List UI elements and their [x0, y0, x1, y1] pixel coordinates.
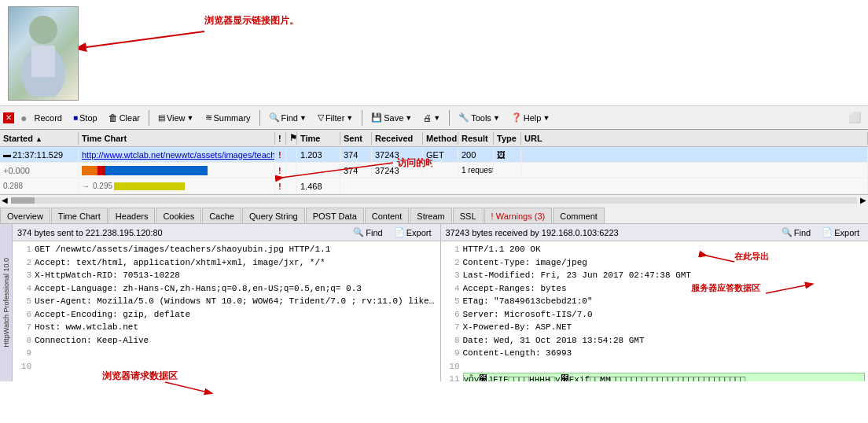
grid-hscroll[interactable]: ◀ ▶ — [0, 194, 868, 205]
col-header-method[interactable]: Method — [423, 132, 458, 145]
stop-button[interactable]: ■ Stop — [69, 112, 101, 124]
right-find-button[interactable]: 🔍 Find — [778, 226, 815, 239]
svg-point-0 — [29, 16, 57, 44]
bar-orange — [82, 166, 97, 175]
separator-2 — [259, 110, 260, 126]
tab--warnings-3[interactable]: ! Warnings (3) — [484, 208, 553, 223]
hwp-label-bar: HttpWatch Professional 10.0 — [0, 224, 13, 381]
scroll-right-arrow[interactable]: ▶ — [859, 196, 868, 204]
save-button[interactable]: 💾 Save ▼ — [367, 111, 416, 124]
cell-sub-method — [423, 163, 458, 178]
col-header-result[interactable]: Result — [458, 132, 494, 145]
table-row[interactable]: ▬ 21:37:11.529 http://www.wtclab.net/new… — [0, 147, 868, 163]
annotation-arrow — [79, 24, 204, 55]
print-button[interactable]: 🖨 ▼ — [419, 112, 444, 124]
right-panel-content: 1HTTP/1.1 200 OK2Content-Type: image/jpe… — [441, 241, 869, 381]
tab-query-string[interactable]: Query String — [242, 208, 305, 223]
left-panel-actions: 🔍 Find 📄 Export — [349, 226, 435, 239]
content-area: HttpWatch Professional 10.0 374 bytes se… — [0, 224, 868, 381]
right-panel: 37243 bytes received by 192.168.0.103:62… — [441, 224, 869, 381]
scroll-left-arrow[interactable]: ◀ — [0, 196, 9, 204]
list-item: 4Accept-Ranges: bytes — [444, 282, 866, 296]
scroll-thumb[interactable] — [11, 197, 35, 204]
col-header-time[interactable]: Time — [297, 132, 340, 145]
col-header-timechart[interactable]: Time Chart — [79, 132, 275, 145]
cell-sub-time — [297, 163, 340, 178]
tools-button[interactable]: 🔧 Tools ▼ — [454, 111, 504, 124]
record-dot-icon: ● — [20, 112, 27, 124]
cell-timechart: http://www.wtclab.net/newwtc/assets/imag… — [79, 147, 275, 162]
list-item: 2Content-Type: image/jpeg — [444, 256, 866, 270]
summary-button[interactable]: ≋ Summary — [201, 111, 255, 124]
list-item: 11yÔy๠JFIF□□□□HHHH□y๠Exif□□MM□□□□□□□□□□□… — [444, 373, 866, 381]
filter-button[interactable]: ▽ Filter ▼ — [314, 111, 357, 124]
col-header-url[interactable]: URL — [521, 132, 868, 145]
clear-button[interactable]: 🗑 Clear — [105, 111, 144, 125]
table-sub-row: +0.000 ! 374 37243 1 request — [0, 163, 868, 178]
browser-annotation: 浏览器显示链接图片。 — [204, 14, 299, 28]
list-item: 2Accept: text/html, application/xhtml+xm… — [16, 256, 437, 270]
photo-image — [8, 6, 79, 101]
grid-header: Started ▲ Time Chart ! ⚑ Time Sent Recei… — [0, 130, 868, 147]
tab-cache[interactable]: Cache — [202, 208, 241, 223]
left-panel-header: 374 bytes sent to 221.238.195.120:80 🔍 F… — [13, 224, 440, 241]
toolbar: ✕ ● Record ■ Stop 🗑 Clear ▤ View ▼ ≋ Sum… — [0, 106, 868, 130]
col-header-started[interactable]: Started ▲ — [0, 132, 79, 145]
tab-comment[interactable]: Comment — [553, 208, 605, 223]
list-item: 5User-Agent: Mozilla/5.0 (Windows NT 10.… — [16, 295, 437, 308]
close-button[interactable]: ✕ — [3, 112, 14, 123]
tab-time-chart[interactable]: Time Chart — [51, 208, 108, 223]
list-item: 7Host: www.wtclab.net — [16, 321, 437, 334]
tab-post-data[interactable]: POST Data — [306, 208, 364, 223]
left-panel-title: 374 bytes sent to 221.238.195.120:80 — [17, 228, 163, 237]
cell-range-bang: ! — [275, 178, 286, 193]
help-button[interactable]: ❓ Help ▼ — [507, 111, 554, 124]
right-export-button[interactable]: 📄 Export — [818, 226, 863, 239]
col-header-flag[interactable]: ⚑ — [286, 131, 297, 145]
left-panel-content: 1GET /newwtc/assets/images/teachers/shao… — [13, 241, 440, 381]
cell-sub-url — [521, 163, 868, 178]
cell-sub-result: 1 request — [458, 163, 494, 178]
scroll-track[interactable] — [11, 197, 857, 204]
cell-sub-type — [494, 163, 521, 178]
col-header-bang[interactable]: ! — [275, 132, 286, 145]
hwp-label: HttpWatch Professional 10.0 — [2, 258, 10, 348]
cell-range-start: 0.288 — [0, 178, 79, 193]
tab-stream[interactable]: Stream — [410, 208, 451, 223]
list-item: 7X-Powered-By: ASP.NET — [444, 321, 866, 334]
list-item: 9 — [16, 347, 437, 360]
tabs-bar: OverviewTime ChartHeadersCookiesCacheQue… — [0, 205, 868, 224]
cell-url — [521, 147, 868, 162]
left-export-button[interactable]: 📄 Export — [390, 226, 436, 239]
expand-button[interactable]: ⬜ — [845, 110, 865, 125]
list-item: 5ETag: "7a849613cbebd21:0" — [444, 295, 866, 308]
cell-range-bar: → 0.295 — [79, 178, 275, 193]
col-header-sent[interactable]: Sent — [340, 132, 372, 145]
right-panel-actions: 🔍 Find 📄 Export — [778, 226, 863, 239]
col-header-received[interactable]: Received — [372, 132, 423, 145]
grid-container: ▬ 21:37:11.529 http://www.wtclab.net/new… — [0, 147, 868, 194]
cell-sub-sent: 374 — [340, 163, 372, 178]
tab-cookies[interactable]: Cookies — [156, 208, 201, 223]
tab-ssl[interactable]: SSL — [453, 208, 484, 223]
col-header-type[interactable]: Type — [494, 132, 521, 145]
cell-started: ▬ 21:37:11.529 — [0, 147, 79, 162]
tab-headers[interactable]: Headers — [108, 208, 156, 223]
left-find-button[interactable]: 🔍 Find — [349, 226, 386, 239]
svg-line-4 — [86, 31, 204, 47]
tab-overview[interactable]: Overview — [0, 208, 50, 223]
left-panel: 374 bytes sent to 221.238.195.120:80 🔍 F… — [13, 224, 441, 381]
record-button[interactable]: Record — [30, 112, 65, 124]
bar-blue — [105, 166, 208, 175]
find-button[interactable]: 🔍 Find ▼ — [265, 111, 311, 124]
cell-result: 200 — [458, 147, 494, 162]
separator-3 — [362, 110, 362, 126]
list-item: 10 — [444, 360, 866, 373]
url-link[interactable]: http://www.wtclab.net/newwtc/assets/imag… — [82, 150, 275, 160]
tab-content[interactable]: Content — [365, 208, 410, 223]
list-item: 1HTTP/1.1 200 OK — [444, 243, 866, 256]
right-panel-title: 37243 bytes received by 192.168.0.103:62… — [446, 228, 619, 237]
view-button[interactable]: ▤ View ▼ — [154, 112, 198, 124]
list-item: 10 — [16, 360, 437, 373]
expand-icon[interactable]: ▬ — [3, 150, 11, 159]
